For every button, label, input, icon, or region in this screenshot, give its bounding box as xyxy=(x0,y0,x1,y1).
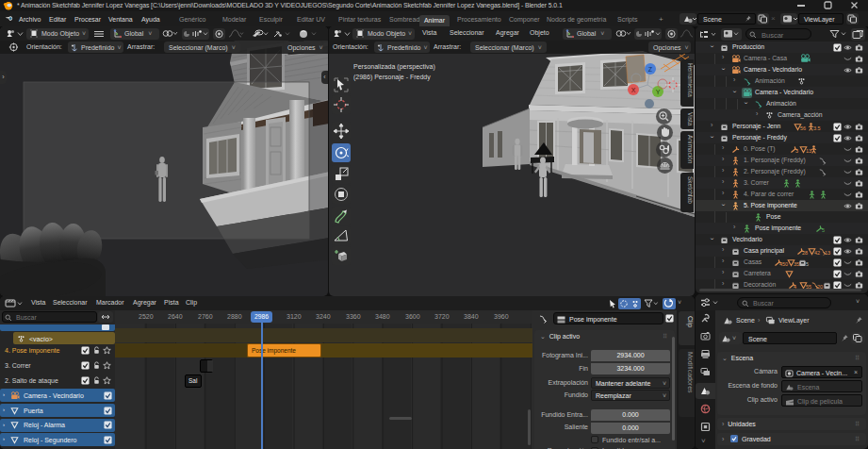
svg-text:X: X xyxy=(631,87,636,93)
svg-text:Z: Z xyxy=(648,66,653,73)
svg-text:Y: Y xyxy=(656,89,661,95)
